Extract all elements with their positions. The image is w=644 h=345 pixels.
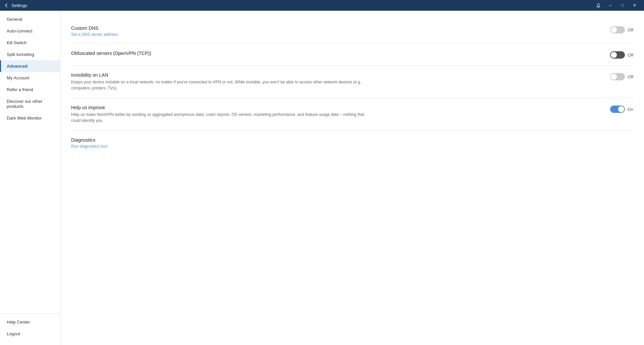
help-improve-toggle[interactable] — [610, 106, 625, 113]
sidebar-item-split-tunneling[interactable]: Split tunneling — [0, 49, 60, 60]
help-improve-label: Help us improve — [71, 105, 373, 110]
sidebar-item-general[interactable]: General — [0, 13, 60, 25]
obfuscated-label: Obfuscated servers (OpenVPN (TCP)) — [71, 51, 151, 56]
maximize-button[interactable]: □ — [617, 0, 628, 11]
sidebar-nav: General Auto-connect Kill Switch Split t… — [0, 13, 60, 313]
notification-bell-button[interactable] — [593, 0, 604, 11]
settings-section-custom-dns: Custom DNS Set a DNS server address Off — [71, 19, 633, 44]
diagnostics-label: Diagnostics — [71, 137, 107, 143]
settings-right-obfuscated: Off — [610, 51, 633, 59]
help-improve-toggle-knob — [618, 106, 624, 112]
app-body: General Auto-connect Kill Switch Split t… — [0, 11, 644, 345]
settings-row-help-improve: Help us improve Help us make NordVPN bet… — [71, 105, 633, 124]
settings-row-custom-dns: Custom DNS Set a DNS server address Off — [71, 25, 633, 37]
sidebar-item-auto-connect[interactable]: Auto-connect — [0, 25, 60, 37]
settings-text-obfuscated: Obfuscated servers (OpenVPN (TCP)) — [71, 51, 151, 57]
sidebar-item-help-center[interactable]: Help Center — [0, 316, 60, 328]
titlebar-controls: ─ □ ✕ — [593, 0, 640, 11]
close-button[interactable]: ✕ — [629, 0, 640, 11]
sidebar-item-dark-web-monitor[interactable]: Dark Web Monitor — [0, 112, 60, 124]
minimize-button[interactable]: ─ — [605, 0, 616, 11]
invisibility-toggle-knob — [611, 74, 617, 80]
titlebar-title: Settings — [11, 3, 27, 8]
sidebar-item-logout[interactable]: Logout — [0, 328, 60, 340]
settings-right-help-improve: On — [610, 105, 633, 113]
settings-section-obfuscated: Obfuscated servers (OpenVPN (TCP)) Off — [71, 44, 633, 66]
custom-dns-toggle[interactable] — [610, 26, 625, 33]
settings-text-help-improve: Help us improve Help us make NordVPN bet… — [71, 105, 373, 124]
invisibility-toggle[interactable] — [610, 73, 625, 80]
custom-dns-toggle-knob — [611, 27, 617, 33]
settings-section-diagnostics: Diagnostics Run diagnostics tool — [71, 131, 633, 155]
invisibility-toggle-label: Off — [628, 74, 633, 79]
sidebar: General Auto-connect Kill Switch Split t… — [0, 11, 60, 345]
settings-section-help-improve: Help us improve Help us make NordVPN bet… — [71, 98, 633, 131]
obfuscated-toggle[interactable] — [610, 51, 625, 59]
invisibility-label: Invisibility on LAN — [71, 72, 373, 78]
help-improve-description: Help us make NordVPN better by sending u… — [71, 112, 373, 124]
sidebar-item-kill-switch[interactable]: Kill Switch — [0, 37, 60, 49]
settings-text-invisibility: Invisibility on LAN Keeps your device in… — [71, 72, 373, 91]
settings-right-invisibility: Off — [610, 72, 633, 80]
titlebar-left: Settings — [4, 3, 27, 8]
sidebar-item-discover[interactable]: Discover our other products — [0, 95, 60, 112]
back-button[interactable] — [4, 3, 9, 8]
custom-dns-link[interactable]: Set a DNS server address — [71, 32, 118, 37]
custom-dns-label: Custom DNS — [71, 25, 118, 31]
titlebar: Settings ─ □ ✕ — [0, 0, 644, 11]
main-content: Custom DNS Set a DNS server address Off … — [60, 11, 644, 345]
sidebar-item-refer-a-friend[interactable]: Refer a friend — [0, 84, 60, 95]
settings-row-obfuscated: Obfuscated servers (OpenVPN (TCP)) Off — [71, 51, 633, 59]
settings-section-invisibility: Invisibility on LAN Keeps your device in… — [71, 66, 633, 98]
sidebar-item-advanced[interactable]: Advanced — [0, 60, 60, 72]
settings-text-custom-dns: Custom DNS Set a DNS server address — [71, 25, 118, 37]
sidebar-bottom: Help Center Logout — [0, 313, 60, 342]
custom-dns-toggle-label: Off — [628, 27, 633, 32]
settings-row-invisibility: Invisibility on LAN Keeps your device in… — [71, 72, 633, 91]
settings-row-diagnostics: Diagnostics Run diagnostics tool — [71, 137, 633, 149]
invisibility-description: Keeps your device invisible on a local n… — [71, 79, 373, 91]
diagnostics-link[interactable]: Run diagnostics tool — [71, 144, 107, 149]
help-improve-toggle-label: On — [628, 107, 633, 112]
settings-text-diagnostics: Diagnostics Run diagnostics tool — [71, 137, 107, 149]
obfuscated-toggle-label: Off — [628, 53, 633, 58]
sidebar-item-my-account[interactable]: My Account — [0, 72, 60, 84]
settings-right-custom-dns: Off — [610, 25, 633, 33]
obfuscated-toggle-knob — [611, 52, 617, 58]
